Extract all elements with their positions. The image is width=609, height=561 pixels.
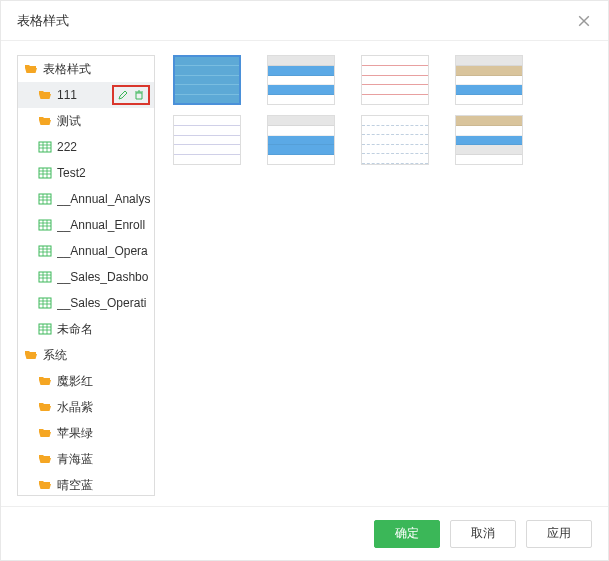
- tree-folder-pingguolv[interactable]: 苹果绿: [18, 420, 154, 446]
- tree-folder-test[interactable]: 测试: [18, 108, 154, 134]
- svg-rect-4: [39, 246, 51, 256]
- table-icon: [38, 270, 52, 284]
- style-thumbnail-1[interactable]: [173, 55, 241, 105]
- tree-root-system[interactable]: 系统: [18, 342, 154, 368]
- style-thumbnail-7[interactable]: [361, 115, 429, 165]
- dialog-header: 表格样式: [1, 1, 608, 41]
- svg-rect-1: [39, 168, 51, 178]
- svg-rect-5: [39, 272, 51, 282]
- table-icon: [38, 244, 52, 258]
- tree-table-sales-operati[interactable]: __Sales_Operati: [18, 290, 154, 316]
- tree-folder-shuijingzi[interactable]: 水晶紫: [18, 394, 154, 420]
- svg-rect-0: [39, 142, 51, 152]
- svg-rect-6: [39, 298, 51, 308]
- close-button[interactable]: [576, 13, 592, 29]
- folder-open-icon: [24, 348, 38, 362]
- folder-open-icon: [38, 452, 52, 466]
- table-icon: [38, 322, 52, 336]
- delete-button[interactable]: [132, 88, 146, 102]
- tree-root-table-styles[interactable]: 表格样式: [18, 56, 154, 82]
- pencil-icon: [117, 89, 129, 101]
- style-thumbnail-5[interactable]: [173, 115, 241, 165]
- tree-folder-111[interactable]: 111: [18, 82, 154, 108]
- folder-open-icon: [38, 426, 52, 440]
- table-icon: [38, 166, 52, 180]
- tree-label: Test2: [57, 166, 86, 180]
- table-icon: [38, 192, 52, 206]
- tree-folder-qingkonglan[interactable]: 晴空蓝: [18, 472, 154, 496]
- cancel-button[interactable]: 取消: [450, 520, 516, 548]
- tree-label: __Annual_Opera: [57, 244, 148, 258]
- svg-rect-3: [39, 220, 51, 230]
- table-icon: [38, 140, 52, 154]
- tree-label: 水晶紫: [57, 399, 93, 416]
- style-thumbnail-8[interactable]: [455, 115, 523, 165]
- tree-table-annual-enroll[interactable]: __Annual_Enroll: [18, 212, 154, 238]
- tree-label: 表格样式: [43, 61, 91, 78]
- tree-label: __Sales_Dashbo: [57, 270, 148, 284]
- apply-button[interactable]: 应用: [526, 520, 592, 548]
- tree-label: 青海蓝: [57, 451, 93, 468]
- tree-label: 系统: [43, 347, 67, 364]
- folder-open-icon: [38, 374, 52, 388]
- tree-table-test2[interactable]: Test2: [18, 160, 154, 186]
- table-icon: [38, 296, 52, 310]
- tree-label: 测试: [57, 113, 81, 130]
- folder-open-icon: [38, 400, 52, 414]
- close-icon: [578, 15, 590, 27]
- tree-table-222[interactable]: 222: [18, 134, 154, 160]
- tree-label: 晴空蓝: [57, 477, 93, 494]
- style-tree[interactable]: 表格样式 111 测试: [17, 55, 155, 496]
- trash-icon: [133, 89, 145, 101]
- svg-rect-2: [39, 194, 51, 204]
- dialog-title: 表格样式: [17, 12, 69, 30]
- tree-label: 111: [57, 88, 77, 102]
- tree-item-actions-highlight: [112, 85, 150, 105]
- tree-label: 未命名: [57, 321, 93, 338]
- tree-table-unnamed[interactable]: 未命名: [18, 316, 154, 342]
- tree-label: __Annual_Analys: [57, 192, 150, 206]
- tree-label: 222: [57, 140, 77, 154]
- folder-open-icon: [38, 88, 52, 102]
- tree-label: __Sales_Operati: [57, 296, 146, 310]
- tree-label: 苹果绿: [57, 425, 93, 442]
- style-thumbnail-2[interactable]: [267, 55, 335, 105]
- style-gallery: [155, 55, 592, 496]
- table-style-dialog: 表格样式 表格样式 111: [0, 0, 609, 561]
- tree-folder-qinghailan[interactable]: 青海蓝: [18, 446, 154, 472]
- svg-rect-7: [39, 324, 51, 334]
- tree-label: __Annual_Enroll: [57, 218, 145, 232]
- dialog-body: 表格样式 111 测试: [1, 41, 608, 506]
- style-thumbnail-4[interactable]: [455, 55, 523, 105]
- style-thumbnail-3[interactable]: [361, 55, 429, 105]
- tree-table-sales-dashbo[interactable]: __Sales_Dashbo: [18, 264, 154, 290]
- folder-open-icon: [24, 62, 38, 76]
- dialog-footer: 确定 取消 应用: [1, 506, 608, 560]
- tree-folder-moyinghong[interactable]: 魔影红: [18, 368, 154, 394]
- table-icon: [38, 218, 52, 232]
- style-thumbnail-6[interactable]: [267, 115, 335, 165]
- folder-open-icon: [38, 114, 52, 128]
- edit-button[interactable]: [116, 88, 130, 102]
- ok-button[interactable]: 确定: [374, 520, 440, 548]
- tree-table-annual-analys[interactable]: __Annual_Analys: [18, 186, 154, 212]
- tree-label: 魔影红: [57, 373, 93, 390]
- tree-table-annual-opera[interactable]: __Annual_Opera: [18, 238, 154, 264]
- folder-open-icon: [38, 478, 52, 492]
